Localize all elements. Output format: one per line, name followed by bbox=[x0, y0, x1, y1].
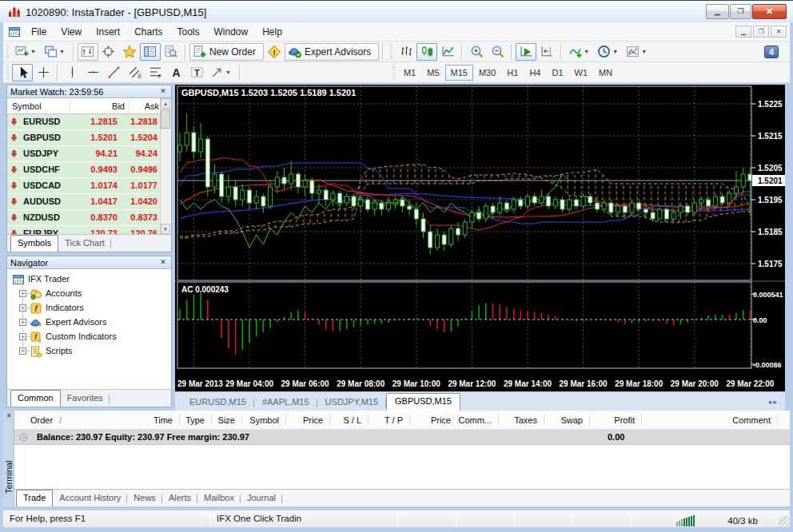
terminal-tab-account-history[interactable]: Account History bbox=[53, 490, 127, 506]
symbol-row-eurusd[interactable]: EURUSD1.28151.2818 bbox=[7, 114, 167, 130]
symbol-row-nzdusd[interactable]: NZDUSD0.83700.8373 bbox=[7, 210, 167, 226]
navigator-item-indicators[interactable]: +fIndicators bbox=[7, 301, 171, 316]
navigator-tab-common[interactable]: Common bbox=[10, 390, 61, 407]
status-one-click-trading[interactable]: IFX One Click Trading bbox=[210, 510, 301, 528]
menu-window[interactable]: Window bbox=[207, 22, 256, 42]
terminal-column-profit[interactable]: Profit bbox=[614, 415, 635, 425]
arrows-tool-button[interactable]: ▼ bbox=[207, 64, 236, 81]
scroll-down-icon[interactable]: ▼ bbox=[161, 224, 170, 234]
timeframe-mn-button[interactable]: MN bbox=[593, 65, 618, 81]
symbol-row-eurjpy[interactable]: EURJPY120.73120.76 bbox=[7, 226, 167, 234]
notifications-badge[interactable]: 4 bbox=[764, 46, 779, 58]
menu-help[interactable]: Help bbox=[255, 22, 289, 42]
symbol-row-gbpusd[interactable]: GBPUSD1.52011.5204 bbox=[7, 130, 167, 146]
timeframe-h1-button[interactable]: H1 bbox=[501, 65, 524, 81]
chart-tab-usdjpy-m15[interactable]: USDJPY,M15 bbox=[317, 395, 386, 411]
toolbar-grip[interactable] bbox=[5, 65, 10, 81]
chart-tab-gbpusd-m15[interactable]: GBPUSD,M15 bbox=[386, 393, 460, 411]
zoom-in-button[interactable] bbox=[466, 43, 487, 61]
timeframe-h4-button[interactable]: H4 bbox=[524, 65, 546, 81]
toolbar-grip[interactable] bbox=[389, 44, 394, 60]
symbol-row-usdcad[interactable]: USDCAD1.01741.0177 bbox=[7, 178, 167, 194]
menu-insert[interactable]: Insert bbox=[89, 22, 127, 42]
toolbar-grip[interactable] bbox=[5, 44, 10, 60]
symbol-row-usdjpy[interactable]: USDJPY94.2194.24 bbox=[7, 146, 167, 162]
candlestick-mode-button[interactable] bbox=[416, 43, 437, 61]
mdi-restore-button[interactable]: ❐ bbox=[753, 26, 769, 38]
terminal-column-swap[interactable]: Swap bbox=[560, 415, 583, 425]
timeframe-m5-button[interactable]: M5 bbox=[421, 65, 444, 81]
text-label-tool-button[interactable]: T bbox=[186, 64, 207, 81]
market-watch-tab-symbols[interactable]: Symbols bbox=[10, 235, 58, 252]
terminal-column-order[interactable]: Order bbox=[30, 415, 53, 425]
title-bar[interactable]: 1020890: InstaTrader - [GBPUSD,M15] ▁ ❐ … bbox=[0, 0, 793, 22]
text-tool-button[interactable]: A bbox=[165, 64, 186, 81]
indicators-list-button[interactable]: ▼ bbox=[565, 43, 594, 61]
expert-advisors-toggle-button[interactable]: Expert Advisors bbox=[285, 43, 379, 61]
symbol-row-usdchf[interactable]: USDCHF0.94930.9496 bbox=[7, 162, 167, 178]
navigator-item-accounts[interactable]: +Accounts bbox=[7, 287, 171, 301]
mdi-close-button[interactable]: ✕ bbox=[771, 26, 787, 38]
terminal-tab-mailbox[interactable]: Mailbox bbox=[197, 490, 241, 506]
navigator-item-ifx-trader[interactable]: IFX Trader bbox=[7, 272, 171, 287]
periods-button[interactable]: ▼ bbox=[594, 43, 623, 61]
horizontal-line-tool-button[interactable] bbox=[82, 64, 103, 81]
chart-tab-eurusd-m15[interactable]: EURUSD,M15 bbox=[181, 395, 254, 411]
terminal-column-size[interactable]: Size bbox=[218, 415, 235, 425]
trendline-tool-button[interactable] bbox=[103, 64, 124, 81]
terminal-column-price[interactable]: Price bbox=[431, 415, 451, 425]
timeframe-m30-button[interactable]: M30 bbox=[473, 65, 501, 81]
crosshair-cursor-button[interactable] bbox=[98, 43, 119, 61]
menu-file[interactable]: File bbox=[24, 22, 54, 42]
navigator-close-icon[interactable]: ✕ bbox=[158, 257, 168, 267]
tick-chart-button[interactable] bbox=[78, 43, 98, 61]
new-order-button[interactable]: New Order bbox=[189, 43, 264, 61]
favorites-button[interactable] bbox=[119, 43, 140, 61]
navigator-tab-favorites[interactable]: Favorites bbox=[61, 391, 110, 407]
equidistant-channel-tool-button[interactable]: E bbox=[124, 64, 145, 81]
fibonacci-tool-button[interactable]: F bbox=[145, 64, 165, 81]
market-watch-scrollbar[interactable]: ▲ ▼ bbox=[160, 98, 170, 234]
terminal-column-comment[interactable]: Comment bbox=[732, 415, 771, 425]
terminal-tab-trade[interactable]: Trade bbox=[16, 490, 53, 506]
timeframe-d1-button[interactable]: D1 bbox=[546, 65, 568, 81]
profiles-button[interactable]: ▼ bbox=[41, 43, 70, 61]
symbol-row-audusd[interactable]: AUDUSD1.04171.0420 bbox=[7, 194, 167, 210]
terminal-tab-news[interactable]: News bbox=[127, 490, 162, 506]
chart-tabs-scroll-arrows[interactable]: ◂ ▸ bbox=[767, 398, 777, 406]
maximize-button[interactable]: ❐ bbox=[730, 4, 751, 19]
terminal-column-price[interactable]: Price bbox=[303, 415, 323, 425]
new-chart-button[interactable]: ▼ bbox=[12, 43, 41, 61]
close-button[interactable]: ✕ bbox=[752, 4, 787, 19]
line-chart-mode-button[interactable] bbox=[437, 43, 458, 61]
terminal-tab-journal[interactable]: Journal bbox=[241, 490, 282, 506]
chart-tab--aapl-m15[interactable]: #AAPL,M15 bbox=[254, 395, 317, 411]
terminal-column-taxes[interactable]: Taxes bbox=[514, 415, 537, 425]
navigator-item-expert-advisors[interactable]: +Expert Advisors bbox=[7, 316, 171, 330]
templates-button[interactable]: ▼ bbox=[623, 43, 652, 61]
terminal-column-comm-[interactable]: Comm... bbox=[458, 415, 492, 425]
menu-tools[interactable]: Tools bbox=[170, 22, 207, 42]
terminal-column-time[interactable]: Time bbox=[153, 415, 173, 425]
zoom-out-button[interactable] bbox=[487, 43, 508, 61]
terminal-column-s-l[interactable]: S / L bbox=[343, 415, 361, 425]
cursor-tool-button[interactable] bbox=[12, 64, 33, 81]
timeframe-w1-button[interactable]: W1 bbox=[569, 65, 594, 81]
crosshair-tool-button[interactable] bbox=[33, 64, 54, 81]
terminal-column-type[interactable]: Type bbox=[185, 415, 205, 425]
scroll-up-icon[interactable]: ▲ bbox=[161, 98, 170, 109]
terminal-column-symbol[interactable]: Symbol bbox=[249, 415, 279, 425]
resize-grip[interactable] bbox=[779, 516, 790, 527]
menu-view[interactable]: View bbox=[54, 22, 89, 42]
menu-charts[interactable]: Charts bbox=[127, 22, 169, 42]
market-watch-tab-tick-chart[interactable]: Tick Chart bbox=[58, 236, 111, 252]
timeframe-m1-button[interactable]: M1 bbox=[398, 65, 421, 81]
minimize-button[interactable]: ▁ bbox=[706, 4, 729, 19]
vertical-line-tool-button[interactable] bbox=[62, 64, 82, 81]
toolbar-grip[interactable] bbox=[391, 65, 396, 81]
mdi-minimize-button[interactable]: ▁ bbox=[735, 26, 751, 38]
scrollbar-thumb[interactable] bbox=[161, 109, 170, 129]
data-window-button[interactable] bbox=[161, 43, 181, 61]
chart-shift-button[interactable] bbox=[536, 43, 557, 61]
timeframe-m15-button[interactable]: M15 bbox=[445, 65, 473, 81]
